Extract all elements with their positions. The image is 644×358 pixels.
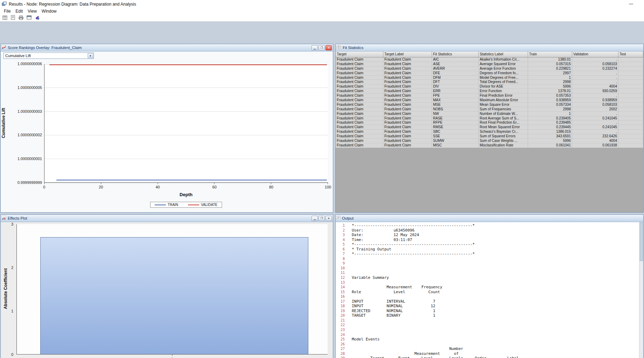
- effect-bar[interactable]: [40, 237, 308, 354]
- table-row[interactable]: Fraudulent Claim Fraudulent Claim DFT To…: [336, 80, 643, 84]
- column-header[interactable]: Target: [336, 51, 383, 57]
- x-axis-title: Depth: [44, 192, 328, 197]
- panel-minimize-button[interactable]: ▁: [311, 216, 318, 221]
- table-row[interactable]: Fraudulent Claim Fraudulent Claim DFM Mo…: [336, 76, 643, 80]
- panel-restore-button[interactable]: ❐: [318, 216, 325, 221]
- cell-train: 0.239445: [528, 125, 572, 130]
- table-row[interactable]: Fraudulent Claim Fraudulent Claim SSE Su…: [336, 134, 643, 139]
- cell-train: 343.6591: [528, 134, 572, 139]
- cell-fit-statistic: SUMW: [432, 139, 479, 143]
- cell-train: 2997: [528, 71, 572, 76]
- cell-test: [618, 57, 643, 62]
- cell-train: 1: [528, 112, 572, 116]
- cell-test: [618, 80, 643, 84]
- cell-train: 1: [528, 76, 572, 80]
- y-axis-tick-label: 3: [11, 222, 13, 227]
- cell-fit-statistic: DIV: [432, 84, 479, 89]
- cell-validation: .: [572, 80, 618, 84]
- output-titlebar[interactable]: Output: [336, 215, 643, 222]
- panel-close-button[interactable]: ✕: [326, 216, 332, 221]
- table-row[interactable]: Fraudulent Claim Fraudulent Claim SUMW S…: [336, 139, 643, 143]
- menu-item[interactable]: File: [1, 9, 13, 14]
- cell-validation: .: [572, 76, 618, 80]
- table-row[interactable]: Fraudulent Claim Fraudulent Claim SBC Sc…: [336, 130, 643, 134]
- table-row[interactable]: Fraudulent Claim Fraudulent Claim FPE Fi…: [336, 94, 643, 98]
- minimize-button[interactable]: —: [626, 1, 636, 7]
- column-header[interactable]: Test: [618, 51, 643, 57]
- fit-statistics-titlebar[interactable]: Fit Statistics: [336, 44, 643, 51]
- table-row[interactable]: Fraudulent Claim Fraudulent Claim RASE R…: [336, 116, 643, 121]
- output-document-icon: [337, 216, 340, 221]
- cell-validation: 0.232274: [572, 67, 618, 71]
- column-header[interactable]: Fit Statistics: [432, 51, 479, 57]
- vertical-scrollbar[interactable]: [639, 222, 643, 358]
- window-title: Results - Node: Regression Diagram: Data…: [9, 2, 136, 7]
- table-row[interactable]: Fraudulent Claim Fraudulent Claim RMSE R…: [336, 125, 643, 130]
- panel-close-button[interactable]: ✕: [326, 45, 332, 50]
- column-header[interactable]: Validation: [572, 51, 618, 57]
- cell-fit-statistic: SBC: [432, 130, 479, 134]
- document-icon[interactable]: [9, 14, 16, 21]
- table-row[interactable]: Fraudulent Claim Fraudulent Claim DIV Di…: [336, 84, 643, 89]
- cell-target-label: Fraudulent Claim: [383, 57, 432, 62]
- print-icon[interactable]: [18, 14, 25, 21]
- cell-test: [618, 112, 643, 116]
- table-row[interactable]: Fraudulent Claim Fraudulent Claim ERR Er…: [336, 89, 643, 94]
- output-line: 11: [336, 270, 643, 275]
- tick-mark: [158, 183, 158, 184]
- line-number: 2: [336, 228, 345, 233]
- cell-test: [618, 94, 643, 98]
- panel-restore-button[interactable]: ❐: [318, 45, 325, 50]
- table-view-icon[interactable]: [1, 14, 8, 21]
- legend-entry-train: TRAIN: [155, 203, 178, 207]
- menu-item[interactable]: View: [25, 9, 39, 14]
- cell-target-label: Fraudulent Claim: [383, 71, 432, 76]
- line-number: 11: [336, 270, 345, 275]
- scrollbar-thumb[interactable]: [640, 222, 643, 261]
- column-header[interactable]: Target Label: [383, 51, 432, 57]
- menu-item[interactable]: Edit: [13, 9, 25, 14]
- table-row[interactable]: Fraudulent Claim Fraudulent Claim ASE Av…: [336, 62, 643, 67]
- train-line-sample: [155, 205, 166, 205]
- chevron-down-icon[interactable]: ▼: [88, 53, 93, 58]
- sas-logo-icon[interactable]: [34, 14, 41, 21]
- effects-plot-titlebar[interactable]: Effects Plot ▁ ❐ ✕: [1, 215, 333, 222]
- table-row[interactable]: Fraudulent Claim Fraudulent Claim DFE De…: [336, 71, 643, 76]
- output-line: 2 User: u63450096: [336, 228, 643, 233]
- panel-title: Score Rankings Overlay: Fraudulent_Claim: [8, 46, 82, 50]
- cell-statistics-label: Maximum Absolute Error: [479, 98, 528, 103]
- panel-minimize-button[interactable]: ▁: [311, 45, 318, 50]
- cell-target: Fraudulent Claim: [336, 98, 383, 103]
- y-axis-tick-label: 1.0000000005: [18, 85, 42, 90]
- table-row[interactable]: Fraudulent Claim Fraudulent Claim NW Num…: [336, 112, 643, 116]
- output-panel: Output 1 *------------------------------…: [335, 214, 644, 358]
- window-titlebar[interactable]: Results - Node: Regression Diagram: Data…: [0, 0, 644, 8]
- table-row[interactable]: Fraudulent Claim Fraudulent Claim AVERR …: [336, 67, 643, 71]
- table-row[interactable]: Fraudulent Claim Fraudulent Claim AIC Ak…: [336, 57, 643, 62]
- cell-target-label: Fraudulent Claim: [383, 116, 432, 121]
- cell-train: 0.057353: [528, 94, 572, 98]
- table-row[interactable]: Fraudulent Claim Fraudulent Claim MSE Me…: [336, 103, 643, 107]
- chart-type-dropdown[interactable]: Cumulative Lift ▼: [4, 53, 94, 59]
- column-header[interactable]: Train: [528, 51, 572, 57]
- cell-target: Fraudulent Claim: [336, 139, 383, 143]
- cell-test: [618, 130, 643, 134]
- score-rankings-titlebar[interactable]: Score Rankings Overlay: Fraudulent_Claim…: [1, 44, 333, 51]
- cell-test: [618, 98, 643, 103]
- table-row[interactable]: Fraudulent Claim Fraudulent Claim MAX Ma…: [336, 98, 643, 103]
- cell-fit-statistic: MSE: [432, 103, 479, 107]
- table-row[interactable]: Fraudulent Claim Fraudulent Claim MISC M…: [336, 143, 643, 148]
- table-row[interactable]: Fraudulent Claim Fraudulent Claim NOBS S…: [336, 107, 643, 112]
- line-number: 15: [336, 290, 345, 295]
- table-row[interactable]: Fraudulent Claim Fraudulent Claim RFPE R…: [336, 121, 643, 125]
- y-axis-tick-label: 2: [11, 265, 13, 270]
- cell-statistics-label: Sum of Case Weights ...: [479, 139, 528, 143]
- menu-item[interactable]: Window: [39, 9, 59, 14]
- column-header[interactable]: Statistics Label: [479, 51, 528, 57]
- cell-target-label: Fraudulent Claim: [383, 143, 432, 148]
- cell-target: Fraudulent Claim: [336, 130, 383, 134]
- line-text: *---------------------------------------…: [352, 252, 475, 256]
- window-layout-icon[interactable]: [26, 14, 33, 21]
- cell-test: [618, 125, 643, 130]
- line-number: 16: [336, 294, 345, 299]
